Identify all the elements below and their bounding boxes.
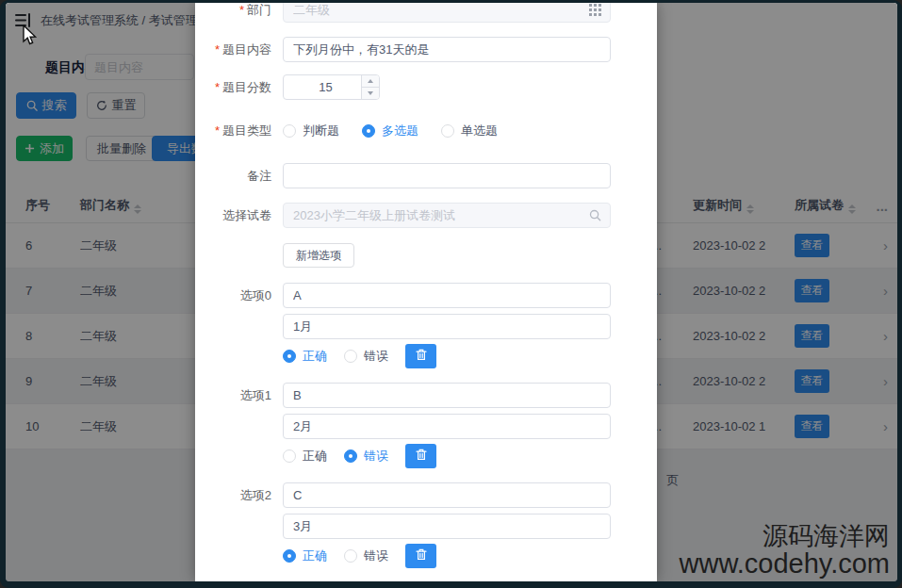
radio-icon	[283, 350, 296, 363]
search-icon	[589, 208, 603, 222]
wrong-label: 错误	[364, 547, 388, 564]
question-type-radio-group: 判断题 多选题 单选题	[283, 118, 611, 143]
radio-icon	[362, 124, 375, 138]
wrong-radio[interactable]: 错误	[344, 448, 388, 465]
add-option-button[interactable]: 新增选项	[283, 243, 354, 268]
correct-label: 正确	[303, 547, 327, 564]
radio-option[interactable]: 单选题	[441, 122, 498, 139]
option-group: 选项2 正确 错误	[195, 482, 657, 568]
correct-radio[interactable]: 正确	[283, 547, 327, 564]
paper-select-input[interactable]	[283, 203, 611, 228]
edit-question-dialog: *部门 *题目内容 *题目分数	[195, 3, 657, 581]
option-key-input[interactable]	[283, 283, 611, 308]
radio-icon	[283, 549, 296, 563]
watermark-line1: 源码海洋网	[680, 523, 891, 550]
question-form: *部门 *题目内容 *题目分数	[195, 3, 657, 581]
wrong-label: 错误	[364, 348, 388, 365]
trash-icon	[416, 349, 427, 364]
radio-icon	[283, 449, 296, 463]
option-key-input[interactable]	[283, 482, 611, 508]
watermark: 源码海洋网 www.codehy.com	[680, 523, 891, 578]
stepper-up-button[interactable]	[362, 75, 379, 87]
options-list: 选项0 正确 错误 选项1 正确 错误	[195, 283, 657, 581]
correct-radio[interactable]: 正确	[283, 448, 327, 465]
paper-label: 选择试卷	[195, 203, 283, 228]
radio-option[interactable]: 判断题	[283, 122, 339, 139]
type-label: *题目类型	[195, 118, 283, 143]
correct-radio[interactable]: 正确	[283, 348, 327, 365]
dept-input[interactable]	[283, 3, 611, 23]
grid-picker-icon[interactable]	[589, 3, 603, 17]
number-stepper	[361, 75, 379, 99]
wrong-radio[interactable]: 错误	[344, 547, 388, 564]
screenshot-frame: 在线考试管理系统 / 考试管理 题目内容 搜索 重置 添加 批量删除 导出数据 …	[0, 0, 902, 588]
remark-label: 备注	[195, 163, 283, 188]
radio-icon	[441, 124, 454, 138]
delete-option-button[interactable]	[405, 444, 436, 468]
radio-option[interactable]: 多选题	[362, 122, 418, 139]
wrong-radio[interactable]: 错误	[344, 348, 388, 365]
dept-label: *部门	[195, 3, 283, 23]
watermark-line2: www.codehy.com	[680, 550, 891, 578]
correct-label: 正确	[303, 348, 327, 365]
radio-icon	[344, 449, 357, 463]
correct-label: 正确	[303, 448, 327, 465]
option-text-input[interactable]	[283, 514, 611, 539]
option-label: 选项0	[195, 283, 283, 308]
delete-option-button[interactable]	[405, 344, 436, 368]
option-key-input[interactable]	[283, 383, 611, 408]
trash-icon	[416, 548, 427, 564]
wrong-label: 错误	[364, 448, 388, 465]
option-label: 选项2	[195, 482, 283, 508]
radio-icon	[283, 124, 296, 138]
option-label: 选项1	[195, 383, 283, 408]
delete-option-button[interactable]	[405, 544, 436, 568]
radio-label: 单选题	[461, 122, 498, 139]
radio-icon	[344, 350, 357, 363]
question-content-input[interactable]	[283, 37, 611, 62]
stepper-down-button[interactable]	[362, 87, 379, 99]
app-window: 在线考试管理系统 / 考试管理 题目内容 搜索 重置 添加 批量删除 导出数据 …	[6, 3, 897, 581]
trash-icon	[416, 449, 427, 464]
option-group: 选项1 正确 错误	[195, 383, 657, 468]
radio-label: 判断题	[303, 122, 339, 139]
radio-label: 多选题	[382, 122, 418, 139]
option-text-input[interactable]	[283, 414, 611, 439]
score-label: *题目分数	[195, 74, 283, 100]
option-group: 选项0 正确 错误	[195, 283, 657, 368]
radio-icon	[344, 549, 357, 563]
remark-input[interactable]	[283, 163, 611, 188]
option-text-input[interactable]	[283, 314, 611, 339]
content-label: *题目内容	[195, 37, 283, 62]
